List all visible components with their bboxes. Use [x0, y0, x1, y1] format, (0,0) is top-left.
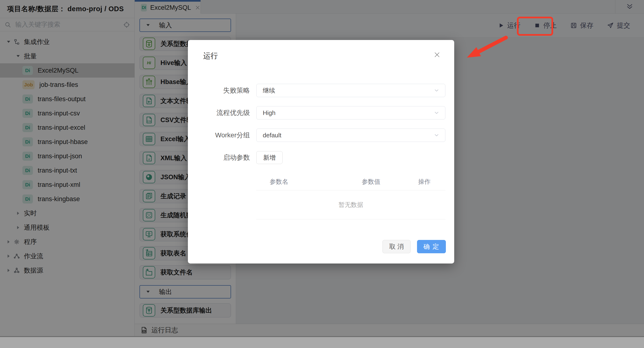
worker-group-select[interactable]: default: [256, 129, 446, 142]
confirm-label: 确 定: [424, 242, 440, 251]
field-label: 启动参数: [188, 153, 250, 162]
select-value: High: [263, 109, 276, 117]
run-dialog: 运行 失败策略 继续 流程优先级 High Worker分组 def: [188, 40, 454, 264]
field-priority: 流程优先级 High: [188, 106, 446, 120]
column-param-name: 参数名: [256, 177, 338, 186]
outside-window-area: [0, 337, 644, 348]
column-actions: 操作: [405, 177, 446, 186]
field-label: Worker分组: [188, 131, 250, 140]
select-value: default: [263, 132, 281, 139]
app-window: 项目名称/数据层： demo-proj / ODS 集成作业 批量 Di Exc…: [0, 0, 644, 348]
chevron-down-icon: [433, 110, 440, 116]
confirm-button[interactable]: 确 定: [417, 240, 446, 253]
empty-table-placeholder: 暂无数据: [256, 190, 446, 219]
field-worker-group: Worker分组 default: [188, 129, 446, 142]
select-value: 继续: [263, 86, 275, 95]
field-label: 流程优先级: [188, 108, 250, 117]
close-dialog-icon[interactable]: [433, 51, 441, 59]
failure-strategy-select[interactable]: 继续: [256, 84, 446, 97]
add-param-button[interactable]: 新增: [256, 151, 282, 164]
add-param-label: 新增: [263, 154, 276, 162]
field-failure-strategy: 失败策略 继续: [188, 84, 446, 97]
params-table-header: 参数名 参数值 操作: [256, 173, 446, 190]
priority-select[interactable]: High: [256, 106, 446, 120]
params-table: 参数名 参数值 操作 暂无数据: [256, 173, 446, 219]
chevron-down-icon: [433, 87, 440, 94]
field-startup-params: 启动参数 新增: [188, 151, 446, 164]
column-param-value: 参数值: [338, 177, 405, 186]
field-label: 失败策略: [188, 86, 250, 95]
chevron-down-icon: [433, 132, 440, 139]
cancel-label: 取 消: [389, 242, 404, 251]
dialog-title: 运行: [203, 51, 218, 61]
cancel-button[interactable]: 取 消: [382, 240, 410, 253]
empty-text: 暂无数据: [338, 201, 363, 209]
